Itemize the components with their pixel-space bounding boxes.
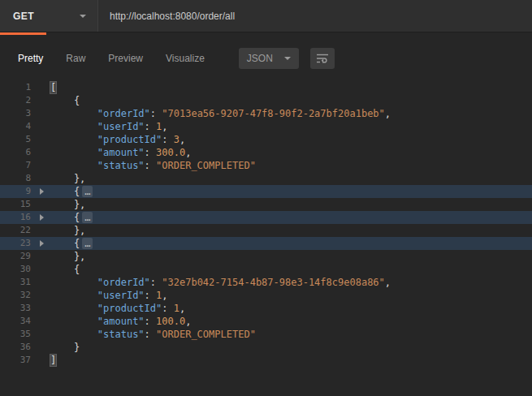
line-number: 5 <box>0 133 32 146</box>
fold-gutter <box>32 81 50 94</box>
line-number: 36 <box>0 341 32 354</box>
chevron-down-icon <box>284 57 291 60</box>
fold-gutter <box>32 224 50 237</box>
line-number: 33 <box>0 302 32 315</box>
code-text: "amount": 300.0, <box>50 146 532 159</box>
code-text: "orderId": "7013ea56-9207-47f8-90f2-2a7b… <box>50 107 532 120</box>
fold-gutter <box>32 302 50 315</box>
tab-raw[interactable]: Raw <box>66 53 85 64</box>
code-line: 30 { <box>0 263 532 276</box>
code-line: 35 "status": "ORDER_COMPLETED" <box>0 328 532 341</box>
line-number: 35 <box>0 328 32 341</box>
code-line: 23 {… <box>0 237 532 250</box>
code-text: {… <box>50 185 532 198</box>
response-toolbar: Pretty Raw Preview Visualize JSON <box>0 45 532 72</box>
tab-pretty[interactable]: Pretty <box>18 53 43 64</box>
tab-visualize[interactable]: Visualize <box>166 53 205 64</box>
code-text: } <box>50 341 532 354</box>
code-line: 32 "userId": 1, <box>0 289 532 302</box>
fold-gutter <box>32 276 50 289</box>
request-bar: GET http://localhost:8080/order/all <box>0 0 532 32</box>
code-text: }, <box>50 198 532 211</box>
fold-gutter <box>32 146 50 159</box>
line-number: 4 <box>0 120 32 133</box>
code-text: { <box>50 263 532 276</box>
chevron-down-icon <box>80 15 86 18</box>
method-dropdown[interactable]: GET <box>0 0 97 32</box>
code-line: 8 }, <box>0 172 532 185</box>
app-window: GET http://localhost:8080/order/all Pret… <box>0 0 532 367</box>
code-line: 2 { <box>0 94 532 107</box>
code-text: [ <box>50 81 532 94</box>
code-line: 31 "orderId": "32e7b042-7154-4b87-98e3-1… <box>0 276 532 289</box>
line-number: 29 <box>0 250 32 263</box>
fold-gutter <box>32 94 50 107</box>
code-text: { <box>50 94 532 107</box>
wrap-text-button[interactable] <box>310 48 335 69</box>
code-text: "userId": 1, <box>50 289 532 302</box>
code-line: 33 "productId": 1, <box>0 302 532 315</box>
format-label: JSON <box>247 53 273 64</box>
code-line: 3 "orderId": "7013ea56-9207-47f8-90f2-2a… <box>0 107 532 120</box>
code-line: 36 } <box>0 341 532 354</box>
line-number: 9 <box>0 185 32 198</box>
fold-gutter <box>32 341 50 354</box>
line-number: 1 <box>0 81 32 94</box>
url-input[interactable]: http://localhost:8080/order/all <box>97 0 532 32</box>
fold-toggle-icon[interactable] <box>32 185 50 198</box>
line-number: 6 <box>0 146 32 159</box>
fold-gutter <box>32 315 50 328</box>
line-number: 34 <box>0 315 32 328</box>
fold-gutter <box>32 328 50 341</box>
line-number: 15 <box>0 198 32 211</box>
line-number: 22 <box>0 224 32 237</box>
code-line: 22 }, <box>0 224 532 237</box>
code-text: ] <box>50 354 532 367</box>
format-dropdown[interactable]: JSON <box>239 48 299 69</box>
response-body: 1[2 {3 "orderId": "7013ea56-9207-47f8-90… <box>0 81 532 367</box>
code-text: {… <box>50 211 532 224</box>
code-text: "productId": 1, <box>50 302 532 315</box>
line-number: 32 <box>0 289 32 302</box>
wrap-text-icon <box>316 53 329 64</box>
code-line: 4 "userId": 1, <box>0 120 532 133</box>
code-line: 5 "productId": 3, <box>0 133 532 146</box>
fold-gutter <box>32 198 50 211</box>
fold-gutter <box>32 354 50 367</box>
code-text: "orderId": "32e7b042-7154-4b87-98e3-14f8… <box>50 276 532 289</box>
code-line: 37] <box>0 354 532 367</box>
line-number: 3 <box>0 107 32 120</box>
code-text: {… <box>50 237 532 250</box>
fold-toggle-icon[interactable] <box>32 211 50 224</box>
tab-preview[interactable]: Preview <box>108 53 143 64</box>
method-label: GET <box>13 11 34 22</box>
fold-gutter <box>32 159 50 172</box>
fold-gutter <box>32 107 50 120</box>
line-number: 2 <box>0 94 32 107</box>
code-line: 7 "status": "ORDER_COMPLETED" <box>0 159 532 172</box>
code-line: 9 {… <box>0 185 532 198</box>
code-text: "productId": 3, <box>50 133 532 146</box>
code-text: "status": "ORDER_COMPLETED" <box>50 159 532 172</box>
code-text: }, <box>50 224 532 237</box>
fold-gutter <box>32 289 50 302</box>
fold-gutter <box>32 263 50 276</box>
code-line: 29 }, <box>0 250 532 263</box>
fold-gutter <box>32 133 50 146</box>
code-line: 34 "amount": 100.0, <box>0 315 532 328</box>
code-text: }, <box>50 250 532 263</box>
line-number: 8 <box>0 172 32 185</box>
line-number: 23 <box>0 237 32 250</box>
fold-gutter <box>32 250 50 263</box>
line-number: 7 <box>0 159 32 172</box>
code-line: 15 }, <box>0 198 532 211</box>
code-text: "userId": 1, <box>50 120 532 133</box>
code-text: "amount": 100.0, <box>50 315 532 328</box>
line-number: 16 <box>0 211 32 224</box>
line-number: 30 <box>0 263 32 276</box>
fold-toggle-icon[interactable] <box>32 237 50 250</box>
line-number: 37 <box>0 354 32 367</box>
code-line: 6 "amount": 300.0, <box>0 146 532 159</box>
line-number: 31 <box>0 276 32 289</box>
url-text: http://localhost:8080/order/all <box>110 11 235 22</box>
